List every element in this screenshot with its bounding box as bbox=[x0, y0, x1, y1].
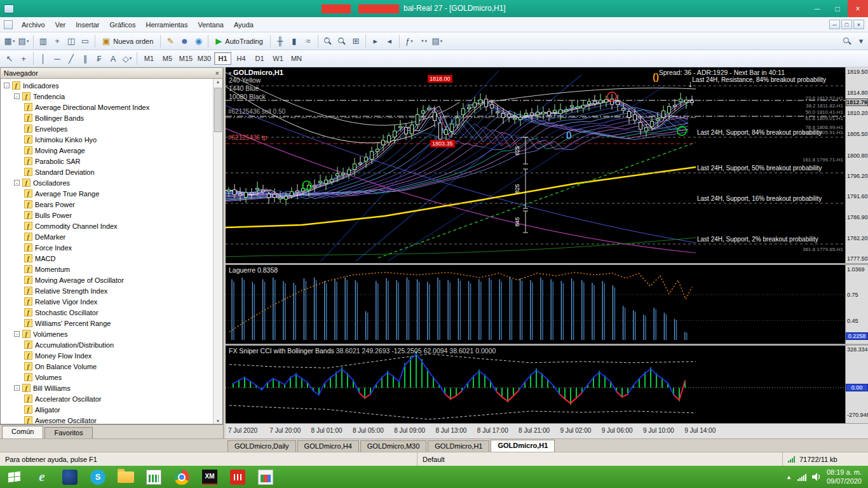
timeframe-d1[interactable]: D1 bbox=[251, 52, 268, 65]
tree-root-indicadores[interactable]: -fIndicadores bbox=[1, 80, 212, 91]
tree-item[interactable]: fBears Power bbox=[1, 199, 212, 210]
dropdown-arrow-icon[interactable]: ▾ bbox=[425, 39, 428, 44]
autotrading-button[interactable]: ▶AutoTrading bbox=[211, 34, 268, 48]
channel-icon[interactable]: ∥ bbox=[78, 51, 92, 65]
chart-tab-3[interactable]: GOLDmicro,H1 bbox=[428, 440, 489, 452]
tree-group-osciladores[interactable]: -fOsciladores bbox=[1, 177, 212, 188]
tree-expander-icon[interactable]: - bbox=[14, 180, 20, 186]
line-chart-icon[interactable]: ≈ bbox=[301, 34, 315, 48]
navigator-scrollbar[interactable]: ▲ ▼ bbox=[213, 79, 222, 424]
app-blue-icon[interactable] bbox=[56, 466, 84, 488]
metatrader-color-icon[interactable] bbox=[252, 466, 280, 488]
tree-expander-icon[interactable]: - bbox=[14, 331, 20, 337]
chart-tab-4[interactable]: GOLDmicro,H1 bbox=[491, 440, 555, 452]
chart-shift-icon[interactable]: ◂ bbox=[383, 34, 397, 48]
start-button[interactable] bbox=[0, 466, 28, 488]
tree-expander-icon[interactable]: - bbox=[14, 93, 20, 99]
price-scale[interactable]: 1819.501814.801812.791810.201805.501800.… bbox=[845, 67, 868, 263]
navigator-tab-comun[interactable]: Común bbox=[2, 426, 43, 438]
arrows-icon[interactable]: ◇▾ bbox=[120, 51, 134, 65]
tree-item[interactable]: fEnvelopes bbox=[1, 123, 212, 134]
metatrader-red-icon[interactable] bbox=[224, 466, 252, 488]
menu-ver[interactable]: Ver bbox=[50, 19, 71, 30]
tree-item[interactable]: fRelative Vigor Index bbox=[1, 296, 212, 307]
terminal-icon[interactable]: ▭ bbox=[78, 34, 92, 48]
tray-chevron-icon[interactable]: ▲ bbox=[786, 474, 792, 480]
tree-item[interactable]: fWilliams' Percent Range bbox=[1, 318, 212, 329]
navigator-close-icon[interactable]: × bbox=[215, 69, 219, 77]
tree-item[interactable]: fAverage Directional Movement Index bbox=[1, 102, 212, 112]
experts-icon[interactable]: ☻ bbox=[177, 34, 191, 48]
tree-item[interactable]: fAccelerator Oscillator bbox=[1, 393, 212, 404]
tree-item[interactable]: fAlligator bbox=[1, 404, 212, 415]
fibonacci-icon[interactable]: ₣ bbox=[92, 51, 106, 65]
tree-item[interactable]: fDeMarker bbox=[1, 231, 212, 242]
time-axis[interactable]: 7 Jul 20207 Jul 20:008 Jul 01:008 Jul 05… bbox=[226, 423, 868, 438]
tree-item[interactable]: fMomentum bbox=[1, 264, 212, 274]
timeframe-mn[interactable]: MN bbox=[288, 52, 305, 65]
tree-item[interactable]: fRelative Strength Index bbox=[1, 285, 212, 296]
chrome-icon[interactable] bbox=[168, 466, 196, 488]
tile-windows-icon[interactable]: ⊞ bbox=[349, 34, 363, 48]
folder-icon[interactable] bbox=[112, 466, 140, 488]
dropdown-arrow-icon[interactable]: ▾ bbox=[27, 39, 29, 44]
tree-item[interactable]: fStandard Deviation bbox=[1, 166, 212, 177]
crosshair-icon[interactable]: + bbox=[17, 51, 31, 65]
tree-item[interactable]: fMACD bbox=[1, 253, 212, 264]
tree-item[interactable]: fMoney Flow Index bbox=[1, 350, 212, 361]
navigator-tab-favoritos[interactable]: Favoritos bbox=[44, 427, 92, 438]
internet-explorer-icon[interactable]: e bbox=[28, 466, 56, 488]
cursor-icon[interactable]: ↖ bbox=[3, 51, 17, 65]
minimize-button[interactable]: ─ bbox=[807, 0, 827, 17]
navigator-icon[interactable]: ◫ bbox=[64, 34, 78, 48]
timeframe-m5[interactable]: M5 bbox=[159, 52, 176, 65]
dropdown-arrow-icon[interactable]: ▾ bbox=[440, 39, 443, 44]
tree-item[interactable]: fIchimoku Kinko Hyo bbox=[1, 134, 212, 145]
horizontal-line-icon[interactable]: ─ bbox=[50, 51, 64, 65]
mdi-close-button[interactable]: × bbox=[853, 20, 864, 29]
data-window-icon[interactable]: + bbox=[50, 34, 64, 48]
community-icon[interactable]: ◉ bbox=[191, 34, 205, 48]
zoom-out-icon[interactable]: − bbox=[335, 34, 349, 48]
timeframe-h1[interactable]: H1 bbox=[214, 52, 231, 65]
tree-item[interactable]: fBollinger Bands bbox=[1, 112, 212, 123]
bar-chart-icon[interactable]: ╫ bbox=[273, 34, 287, 48]
tree-item[interactable]: fVolumes bbox=[1, 372, 212, 383]
tree-item[interactable]: fBulls Power bbox=[1, 210, 212, 220]
help-dropdown-icon[interactable]: ▾ bbox=[854, 34, 868, 48]
tree-item[interactable]: fAverage True Range bbox=[1, 188, 212, 199]
dropdown-arrow-icon[interactable]: ▾ bbox=[130, 56, 132, 61]
text-label-icon[interactable]: A bbox=[106, 51, 120, 65]
scroll-up-icon[interactable]: ▲ bbox=[216, 79, 220, 84]
tree-item[interactable]: fStochastic Oscillator bbox=[1, 307, 212, 318]
volume-icon[interactable] bbox=[812, 473, 821, 481]
indicators-icon[interactable]: ƒ▾ bbox=[402, 34, 416, 48]
status-profile[interactable]: Default bbox=[417, 452, 782, 466]
maximize-button[interactable]: □ bbox=[827, 0, 848, 17]
dropdown-arrow-icon[interactable]: ▾ bbox=[13, 39, 15, 44]
timeframe-m1[interactable]: M1 bbox=[140, 52, 158, 65]
market-watch-icon[interactable]: ▥ bbox=[36, 34, 50, 48]
tree-group-tendencia[interactable]: -fTendencia bbox=[1, 91, 212, 102]
chart-tab-2[interactable]: GOLDmicro,M30 bbox=[360, 440, 427, 452]
tree-expander-icon[interactable]: - bbox=[4, 83, 10, 88]
scrollbar-thumb[interactable] bbox=[214, 88, 222, 132]
tree-group-billwilliams[interactable]: -fBill Williams bbox=[1, 383, 212, 393]
dropdown-arrow-icon[interactable]: ▾ bbox=[410, 39, 413, 44]
periods-icon[interactable]: ◔▾ bbox=[416, 34, 430, 48]
mdi-restore-button[interactable]: □ bbox=[841, 20, 852, 29]
laguerre-panel[interactable]: Laguerre 0.8358 bbox=[226, 265, 845, 344]
tree-item[interactable]: fForce Index bbox=[1, 242, 212, 253]
xm-icon[interactable]: XM bbox=[196, 466, 224, 488]
chart-tab-1[interactable]: GOLDmicro,H4 bbox=[297, 440, 359, 452]
cci-panel[interactable]: FX Sniper CCI with Bollinger Bands 38.60… bbox=[226, 346, 845, 423]
timeframe-w1[interactable]: W1 bbox=[269, 52, 287, 65]
timeframe-m30[interactable]: M30 bbox=[196, 52, 213, 65]
chart-app-icon[interactable] bbox=[140, 466, 168, 488]
menu-ayuda[interactable]: Ayuda bbox=[229, 19, 259, 30]
menu-graficos[interactable]: Gráficos bbox=[105, 19, 141, 30]
auto-scroll-icon[interactable]: ▸ bbox=[369, 34, 383, 48]
menu-insertar[interactable]: Insertar bbox=[71, 19, 104, 30]
chart-tab-0[interactable]: GOLDmicro,Daily bbox=[227, 440, 296, 452]
vertical-line-icon[interactable]: │ bbox=[36, 51, 50, 65]
